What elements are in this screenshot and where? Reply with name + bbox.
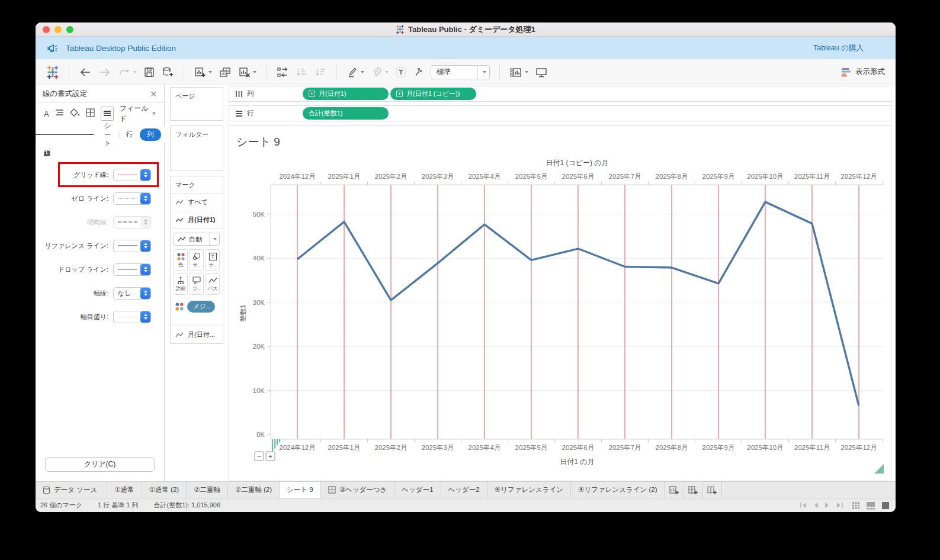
clear-button[interactable]: クリア(C) xyxy=(45,457,155,472)
borders-format-icon[interactable] xyxy=(86,108,95,120)
rows-shelf[interactable]: 行 合計(整数1) xyxy=(229,105,891,121)
new-worksheet-tab-button[interactable] xyxy=(665,482,684,498)
column-pill[interactable]: +月(日付1 (コピー)) xyxy=(390,88,476,100)
new-worksheet-dropdown-caret[interactable] xyxy=(208,71,212,73)
new-datasource-button[interactable] xyxy=(162,66,174,78)
first-tab-icon[interactable] xyxy=(800,502,807,508)
presentation-mode-button[interactable] xyxy=(535,66,548,78)
zoom-window-button[interactable] xyxy=(66,26,73,33)
fit-selector[interactable]: 標準 xyxy=(431,65,490,79)
sheet-tab[interactable]: ヘッダー2 xyxy=(441,482,487,498)
fix-axes-button[interactable] xyxy=(413,66,424,78)
swap-rows-columns-button[interactable] xyxy=(276,66,289,78)
sheet-corner-handle[interactable] xyxy=(874,464,884,474)
stepper-icon[interactable] xyxy=(140,240,150,252)
stepper-icon[interactable] xyxy=(140,193,150,204)
gridlines-select[interactable] xyxy=(113,169,151,181)
expand-hierarchy-icon[interactable]: + xyxy=(396,91,403,97)
sheet-tab[interactable]: ①通常 xyxy=(107,482,142,498)
path-button[interactable]: パス xyxy=(206,273,220,295)
sheet-tab[interactable]: ④リファレンスライン xyxy=(487,482,571,498)
show-hide-cards-button[interactable] xyxy=(509,66,528,78)
show-mark-labels-button[interactable] xyxy=(395,66,407,78)
sheet-tab[interactable]: ②二重軸 (2) xyxy=(228,482,280,498)
redo-button[interactable] xyxy=(98,66,111,78)
stepper-icon[interactable] xyxy=(140,169,150,181)
zero-lines-select[interactable] xyxy=(113,192,151,205)
tab-columns[interactable]: 列 xyxy=(140,128,161,141)
expand-hierarchy-icon[interactable]: + xyxy=(309,91,315,97)
expand-axis-button[interactable]: + xyxy=(266,452,275,461)
stepper-icon[interactable] xyxy=(140,311,150,323)
sort-ascending-button[interactable] xyxy=(296,66,308,78)
sheet-tab-active[interactable]: シート 9 xyxy=(280,482,321,498)
replay-button[interactable] xyxy=(118,66,137,78)
next-tab-icon[interactable] xyxy=(824,502,830,508)
font-format-icon[interactable]: A xyxy=(44,110,49,118)
color-button[interactable]: 色 xyxy=(174,249,188,271)
new-story-tab-button[interactable] xyxy=(703,482,722,498)
duplicate-sheet-button[interactable] xyxy=(219,66,232,78)
column-pill[interactable]: +月(日付1) xyxy=(303,88,389,100)
stepper-icon[interactable] xyxy=(140,264,150,275)
undo-button[interactable] xyxy=(79,66,92,78)
stepper-icon[interactable] xyxy=(140,288,150,299)
tab-rows[interactable]: 行 xyxy=(118,128,140,141)
mark-type-caret[interactable] xyxy=(209,233,219,245)
sheet-tab[interactable]: ③ヘッダーつき xyxy=(321,482,395,498)
save-button[interactable] xyxy=(143,66,155,78)
detail-button[interactable]: 詳細 xyxy=(174,273,188,295)
minimize-window-button[interactable] xyxy=(54,26,62,33)
columns-shelf[interactable]: 列 +月(日付1)+月(日付1 (コピー)) xyxy=(229,86,891,102)
buy-tableau-link[interactable]: Tableau の購入 xyxy=(813,43,864,53)
filmstrip-view-icon[interactable] xyxy=(866,501,875,510)
show-me-button[interactable]: 表示形式 xyxy=(841,67,885,77)
lines-format-icon[interactable] xyxy=(101,107,114,121)
clear-sheet-button[interactable] xyxy=(238,66,256,78)
reference-lines-select[interactable] xyxy=(113,240,151,252)
sheet-tab[interactable]: ①通常 (2) xyxy=(142,482,187,498)
label-button[interactable]: ラ.. xyxy=(206,249,220,271)
cards-dropdown-caret[interactable] xyxy=(525,71,528,73)
group-members-button[interactable] xyxy=(371,66,389,78)
highlight-button[interactable] xyxy=(347,66,364,78)
axis-rulers-select[interactable]: なし xyxy=(113,287,151,300)
tooltip-button[interactable]: ツ.. xyxy=(190,273,204,295)
sheet-tab[interactable]: ②二重軸 xyxy=(187,482,228,498)
marks-all-row[interactable]: すべて xyxy=(171,193,223,211)
replay-dropdown-caret[interactable] xyxy=(133,71,137,73)
clear-sheet-dropdown-caret[interactable] xyxy=(253,71,256,73)
previous-tab-icon[interactable] xyxy=(813,502,819,508)
sheet-tab[interactable]: ④リファレンスライン (2) xyxy=(571,482,665,498)
mark-type-dropdown[interactable]: 自動 xyxy=(174,233,220,246)
collapse-axis-button[interactable]: − xyxy=(255,452,264,461)
size-button[interactable]: サ.. xyxy=(190,249,204,271)
new-worksheet-button[interactable] xyxy=(194,66,212,78)
close-icon[interactable]: ✕ xyxy=(150,89,157,99)
single-view-icon[interactable] xyxy=(881,501,890,510)
measure-names-pill[interactable]: メジ.. xyxy=(187,301,215,313)
pages-card[interactable]: ページ xyxy=(170,87,223,121)
group-dropdown-caret[interactable] xyxy=(385,71,389,73)
alignment-format-icon[interactable] xyxy=(55,108,64,119)
marks-layer2-row[interactable]: 月(日付... xyxy=(171,326,223,343)
grid-view-icon[interactable] xyxy=(852,501,860,510)
new-dashboard-tab-button[interactable] xyxy=(684,482,703,498)
filters-card[interactable]: フィルター xyxy=(170,125,223,171)
fields-dropdown[interactable]: フィールド xyxy=(120,104,156,124)
highlight-dropdown-caret[interactable] xyxy=(361,71,364,73)
row-pill[interactable]: 合計(整数1) xyxy=(303,107,389,120)
close-window-button[interactable] xyxy=(43,26,50,33)
shading-format-icon[interactable] xyxy=(70,108,80,120)
fit-selector-caret[interactable] xyxy=(477,66,489,79)
sort-descending-button[interactable] xyxy=(315,66,327,78)
sheet-tab[interactable]: ヘッダー1 xyxy=(394,482,441,498)
sheet-tab[interactable]: データ ソース xyxy=(36,482,107,498)
axis-ticks-select[interactable] xyxy=(113,311,151,323)
marks-layer1-row[interactable]: 月(日付1) xyxy=(171,211,223,228)
tableau-home-button[interactable] xyxy=(46,66,59,79)
last-tab-icon[interactable] xyxy=(836,502,843,508)
tab-sheet[interactable]: シート xyxy=(97,120,118,150)
drop-lines-select[interactable] xyxy=(113,263,151,276)
worksheet-view[interactable]: 0K10K20K30K40K50K整数1シート 9日付1 (コピー) の月202… xyxy=(229,125,891,481)
